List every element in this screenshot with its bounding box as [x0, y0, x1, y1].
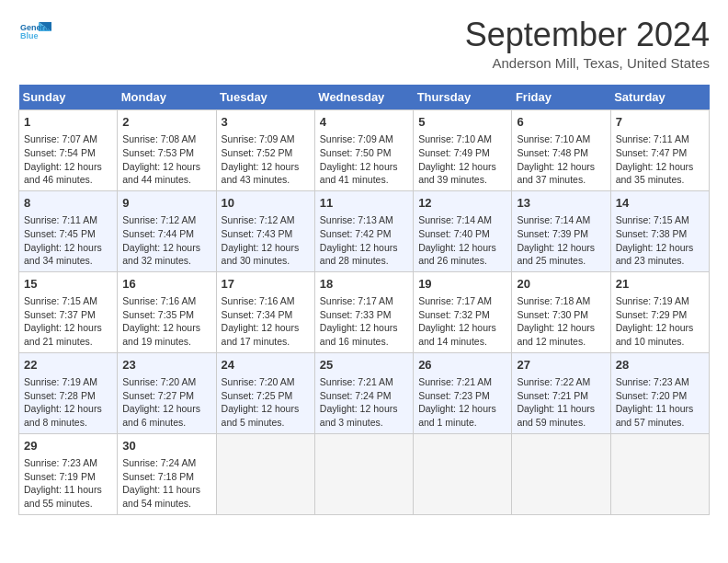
day-number: 30: [122, 438, 210, 454]
daylight-text: Daylight: 12 hours and 32 minutes.: [122, 242, 200, 267]
sunset-text: Sunset: 7:40 PM: [418, 228, 490, 239]
sunrise-text: Sunrise: 7:11 AM: [616, 133, 689, 144]
day-number: 3: [222, 114, 310, 131]
sunset-text: Sunset: 7:42 PM: [320, 228, 392, 239]
day-number: 17: [222, 276, 310, 293]
day-number: 18: [320, 276, 408, 293]
daylight-text: Daylight: 12 hours and 43 minutes.: [222, 161, 300, 186]
sunrise-text: Sunrise: 7:17 AM: [320, 295, 393, 306]
daylight-text: Daylight: 12 hours and 1 minute.: [418, 403, 496, 428]
sunrise-text: Sunrise: 7:24 AM: [122, 457, 196, 468]
logo-icon: General Blue: [18, 18, 51, 52]
calendar-cell: 19 Sunrise: 7:17 AM Sunset: 7:32 PM Dayl…: [414, 271, 512, 352]
sunset-text: Sunset: 7:44 PM: [122, 228, 194, 239]
sunrise-text: Sunrise: 7:19 AM: [24, 376, 97, 387]
daylight-text: Daylight: 12 hours and 44 minutes.: [122, 161, 200, 186]
calendar-cell: 15 Sunrise: 7:15 AM Sunset: 7:37 PM Dayl…: [19, 271, 118, 352]
daylight-text: Daylight: 12 hours and 8 minutes.: [24, 403, 102, 428]
calendar-cell: 27 Sunrise: 7:22 AM Sunset: 7:21 PM Dayl…: [512, 352, 610, 433]
sunrise-text: Sunrise: 7:08 AM: [122, 133, 196, 144]
daylight-text: Daylight: 12 hours and 16 minutes.: [320, 322, 398, 347]
calendar-cell: 8 Sunrise: 7:11 AM Sunset: 7:45 PM Dayli…: [19, 190, 118, 271]
logo: General Blue: [18, 18, 51, 52]
day-number: 1: [24, 114, 112, 131]
sunset-text: Sunset: 7:30 PM: [517, 309, 588, 320]
day-number: 6: [517, 114, 605, 131]
daylight-text: Daylight: 12 hours and 30 minutes.: [222, 242, 300, 267]
day-number: 14: [616, 195, 704, 212]
day-number: 5: [418, 114, 506, 131]
sunrise-text: Sunrise: 7:21 AM: [320, 376, 393, 387]
sunset-text: Sunset: 7:49 PM: [418, 147, 490, 158]
day-number: 26: [418, 357, 506, 373]
calendar-week-2: 8 Sunrise: 7:11 AM Sunset: 7:45 PM Dayli…: [19, 190, 710, 271]
daylight-text: Daylight: 12 hours and 23 minutes.: [616, 242, 694, 267]
calendar-cell: 9 Sunrise: 7:12 AM Sunset: 7:44 PM Dayli…: [118, 190, 216, 271]
daylight-text: Daylight: 12 hours and 14 minutes.: [418, 322, 496, 347]
day-number: 13: [517, 195, 605, 212]
sunset-text: Sunset: 7:53 PM: [122, 147, 194, 158]
calendar-cell: 11 Sunrise: 7:13 AM Sunset: 7:42 PM Dayl…: [314, 190, 413, 271]
sunrise-text: Sunrise: 7:09 AM: [320, 133, 393, 144]
day-number: 29: [24, 438, 112, 454]
calendar-cell: 5 Sunrise: 7:10 AM Sunset: 7:49 PM Dayli…: [414, 110, 512, 191]
sunrise-text: Sunrise: 7:13 AM: [320, 214, 393, 225]
header-day-sunday: Sunday: [19, 85, 118, 110]
calendar-cell: 13 Sunrise: 7:14 AM Sunset: 7:39 PM Dayl…: [512, 190, 610, 271]
sunset-text: Sunset: 7:32 PM: [418, 309, 490, 320]
sunset-text: Sunset: 7:28 PM: [24, 390, 96, 401]
sunset-text: Sunset: 7:20 PM: [616, 390, 688, 401]
calendar-week-5: 29 Sunrise: 7:23 AM Sunset: 7:19 PM Dayl…: [19, 433, 710, 514]
daylight-text: Daylight: 12 hours and 25 minutes.: [517, 242, 595, 267]
sunset-text: Sunset: 7:54 PM: [24, 147, 96, 158]
sunrise-text: Sunrise: 7:20 AM: [122, 376, 196, 387]
sunset-text: Sunset: 7:35 PM: [122, 309, 194, 320]
daylight-text: Daylight: 12 hours and 17 minutes.: [222, 322, 300, 347]
calendar-cell: 18 Sunrise: 7:17 AM Sunset: 7:33 PM Dayl…: [314, 271, 413, 352]
calendar-cell: 1 Sunrise: 7:07 AM Sunset: 7:54 PM Dayli…: [19, 110, 118, 191]
calendar-table: SundayMondayTuesdayWednesdayThursdayFrid…: [18, 85, 710, 515]
day-number: 27: [517, 357, 605, 373]
sunset-text: Sunset: 7:18 PM: [122, 471, 194, 482]
sunrise-text: Sunrise: 7:23 AM: [616, 376, 689, 387]
calendar-cell: 6 Sunrise: 7:10 AM Sunset: 7:48 PM Dayli…: [512, 110, 610, 191]
daylight-text: Daylight: 11 hours and 59 minutes.: [517, 403, 595, 428]
calendar-cell: 23 Sunrise: 7:20 AM Sunset: 7:27 PM Dayl…: [118, 352, 216, 433]
daylight-text: Daylight: 11 hours and 57 minutes.: [616, 403, 694, 428]
day-number: 23: [122, 357, 210, 373]
sunset-text: Sunset: 7:25 PM: [222, 390, 293, 401]
calendar-week-1: 1 Sunrise: 7:07 AM Sunset: 7:54 PM Dayli…: [19, 110, 710, 191]
calendar-cell: 10 Sunrise: 7:12 AM Sunset: 7:43 PM Dayl…: [216, 190, 314, 271]
sunrise-text: Sunrise: 7:07 AM: [24, 133, 97, 144]
daylight-text: Daylight: 12 hours and 41 minutes.: [320, 161, 398, 186]
sunrise-text: Sunrise: 7:23 AM: [24, 457, 97, 468]
title-section: September 2024 Anderson Mill, Texas, Uni…: [465, 18, 710, 71]
calendar-cell: 17 Sunrise: 7:16 AM Sunset: 7:34 PM Dayl…: [216, 271, 314, 352]
sunrise-text: Sunrise: 7:22 AM: [517, 376, 590, 387]
sunrise-text: Sunrise: 7:18 AM: [517, 295, 590, 306]
daylight-text: Daylight: 12 hours and 28 minutes.: [320, 242, 398, 267]
daylight-text: Daylight: 11 hours and 54 minutes.: [122, 484, 200, 509]
sunset-text: Sunset: 7:39 PM: [517, 228, 588, 239]
header-day-wednesday: Wednesday: [314, 85, 413, 110]
day-number: 16: [122, 276, 210, 293]
calendar-cell: 16 Sunrise: 7:16 AM Sunset: 7:35 PM Dayl…: [118, 271, 216, 352]
sunrise-text: Sunrise: 7:10 AM: [418, 133, 492, 144]
sunset-text: Sunset: 7:38 PM: [616, 228, 688, 239]
sunset-text: Sunset: 7:52 PM: [222, 147, 293, 158]
sunset-text: Sunset: 7:43 PM: [222, 228, 293, 239]
header-day-tuesday: Tuesday: [216, 85, 314, 110]
day-number: 22: [24, 357, 112, 373]
sunrise-text: Sunrise: 7:12 AM: [122, 214, 196, 225]
sunset-text: Sunset: 7:29 PM: [616, 309, 688, 320]
calendar-cell: 4 Sunrise: 7:09 AM Sunset: 7:50 PM Dayli…: [314, 110, 413, 191]
month-title: September 2024: [465, 18, 710, 52]
calendar-cell: [216, 433, 314, 514]
sunrise-text: Sunrise: 7:19 AM: [616, 295, 689, 306]
day-number: 12: [418, 195, 506, 212]
day-number: 10: [222, 195, 310, 212]
calendar-cell: 26 Sunrise: 7:21 AM Sunset: 7:23 PM Dayl…: [414, 352, 512, 433]
header-row: SundayMondayTuesdayWednesdayThursdayFrid…: [19, 85, 710, 110]
sunrise-text: Sunrise: 7:16 AM: [222, 295, 295, 306]
sunset-text: Sunset: 7:24 PM: [320, 390, 392, 401]
